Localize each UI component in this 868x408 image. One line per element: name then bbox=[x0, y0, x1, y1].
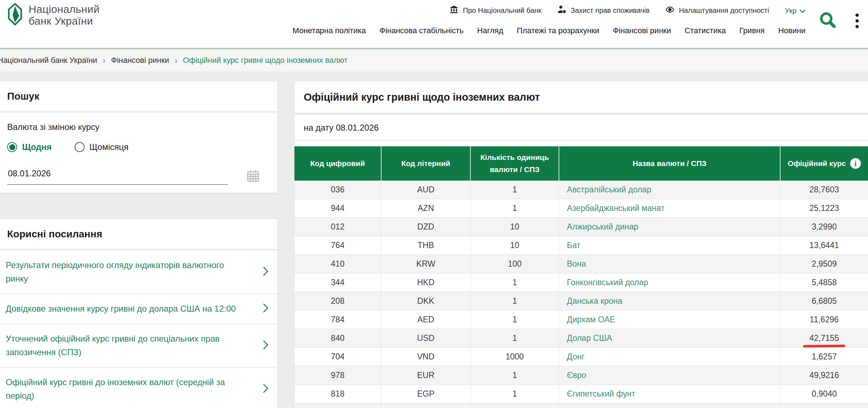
letter-code-cell: KRW bbox=[381, 255, 471, 273]
date-input[interactable]: 08.01.2026 bbox=[7, 167, 228, 185]
frequency-radio[interactable]: Щомісяця bbox=[75, 142, 128, 152]
currency-name-link[interactable]: Австралійський долар bbox=[567, 185, 651, 194]
letter-code-cell: AED bbox=[381, 311, 471, 329]
currency-name-cell: Єна bbox=[559, 403, 780, 408]
currency-name-link[interactable]: Данська крона bbox=[567, 296, 622, 306]
nav-item[interactable]: Статистика bbox=[685, 26, 726, 35]
numeric-code-cell: 764 bbox=[294, 236, 381, 255]
page-title: Офіційний курс гривні щодо іноземних вал… bbox=[304, 91, 859, 103]
breadcrumb-separator: › bbox=[175, 56, 177, 65]
main-nav: Монетарна політикаФінансова стабільність… bbox=[293, 26, 806, 35]
radio-circle-icon bbox=[7, 142, 17, 152]
units-cell: 1000 bbox=[470, 348, 559, 366]
chevron-right-icon bbox=[263, 383, 269, 395]
currency-name-link[interactable]: Єгипетський фунт bbox=[567, 389, 635, 398]
sidebar: Пошук Валюта зі зміною курсу ЩодняЩоміся… bbox=[0, 81, 277, 408]
currency-name-link[interactable]: Дирхам ОАЕ bbox=[567, 315, 615, 324]
currency-name-cell: Євро bbox=[559, 366, 780, 385]
useful-link[interactable]: Довідкове значення курсу гривні до долар… bbox=[0, 293, 277, 323]
currency-name-link[interactable]: Вона bbox=[567, 259, 586, 268]
rate-value: 25,1223 bbox=[809, 203, 839, 213]
letter-code-cell: AZN bbox=[381, 199, 471, 218]
site-header: Національний банк України Про Національн… bbox=[0, 0, 868, 49]
rate-value: 1,6257 bbox=[812, 352, 837, 361]
currency-name-link[interactable]: Азербайджанський манат bbox=[567, 203, 665, 213]
useful-link[interactable]: Офіційний курс гривні до іноземних валют… bbox=[0, 367, 277, 408]
table-row: 978EUR1Євро49,9216 bbox=[294, 366, 868, 385]
units-cell: 1 bbox=[470, 385, 559, 403]
currency-name-cell: Гонконгівський долар bbox=[559, 273, 780, 292]
rate-value: 6,6805 bbox=[812, 296, 837, 306]
breadcrumb-item[interactable]: Фінансові ринки bbox=[111, 56, 169, 65]
breadcrumb-item[interactable]: Національний банк України bbox=[0, 56, 97, 65]
rate-cell: 49,9216 bbox=[780, 366, 868, 385]
currency-name-link[interactable]: Алжирський динар bbox=[567, 222, 638, 231]
main-content: Офіційний курс гривні щодо іноземних вал… bbox=[294, 81, 868, 408]
nav-item[interactable]: Платежі та розрахунки bbox=[517, 26, 599, 35]
nav-item[interactable]: Фінансова стабільність bbox=[379, 26, 464, 35]
rate-value: 28,7603 bbox=[809, 185, 839, 194]
letter-code-cell: USD bbox=[381, 329, 471, 348]
rate-value: 42,7155 bbox=[809, 333, 839, 343]
utility-item[interactable]: Налаштування доступності bbox=[665, 5, 769, 16]
letter-code-cell: EUR bbox=[381, 366, 471, 385]
letter-code-cell: VND bbox=[381, 348, 471, 366]
nav-item[interactable]: Монетарна політика bbox=[293, 26, 366, 35]
nav-item[interactable]: Нагляд bbox=[477, 26, 503, 35]
useful-link-label: Довідкове значення курсу гривні до долар… bbox=[6, 302, 236, 316]
useful-links-panel: Корисні посилання Результати періодичног… bbox=[0, 219, 277, 408]
currency-name-cell: Вона bbox=[559, 255, 780, 273]
table-row: 840USD1Долар США42,7155 bbox=[294, 329, 868, 348]
frequency-radio-group: ЩодняЩомісяця bbox=[7, 142, 270, 152]
table-header-cell: Офіційний курсi bbox=[780, 146, 868, 181]
units-cell: 100 bbox=[470, 255, 559, 273]
nav-item[interactable]: Новини bbox=[778, 26, 806, 35]
utility-item[interactable]: Захист прав споживачів bbox=[557, 5, 650, 16]
letter-code-cell: DKK bbox=[381, 292, 471, 311]
currency-name-link[interactable]: Донг bbox=[567, 352, 585, 361]
rate-cell: 13,6441 bbox=[780, 236, 868, 255]
breadcrumb-separator: › bbox=[103, 56, 105, 65]
letter-code-cell: EGP bbox=[381, 385, 471, 403]
numeric-code-cell: 392 bbox=[294, 403, 381, 408]
currency-name-link[interactable]: Долар США bbox=[567, 333, 612, 343]
letter-code-cell: JPY bbox=[381, 403, 471, 408]
table-row: 818EGP1Єгипетський фунт0,9040 bbox=[294, 385, 868, 403]
useful-link[interactable]: Результати періодичного огляду індикатор… bbox=[0, 251, 277, 293]
currency-name-link[interactable]: Бат bbox=[567, 241, 580, 250]
numeric-code-cell: 978 bbox=[294, 366, 381, 385]
kebab-menu-icon[interactable] bbox=[854, 12, 860, 30]
nav-item[interactable]: Гривня bbox=[740, 26, 765, 35]
rate-value: 5,4858 bbox=[812, 278, 837, 287]
currency-name-cell: Австралійський долар bbox=[559, 181, 780, 199]
currency-name-cell: Донг bbox=[559, 348, 780, 366]
search-icon[interactable] bbox=[818, 11, 837, 31]
table-row: 944AZN1Азербайджанський манат25,1223 bbox=[294, 199, 868, 218]
info-icon[interactable]: i bbox=[850, 158, 861, 169]
units-cell: 10 bbox=[470, 218, 559, 236]
currency-name-link[interactable]: Євро bbox=[567, 371, 586, 380]
language-selector[interactable]: Укр bbox=[785, 6, 806, 15]
utility-item[interactable]: Про Національний банк bbox=[449, 5, 541, 16]
table-header-cell: Код цифровий bbox=[294, 146, 381, 181]
logo-text: Національний банк України bbox=[29, 3, 100, 27]
table-row: 208DKK1Данська крона6,6805 bbox=[294, 292, 868, 311]
numeric-code-cell: 410 bbox=[294, 255, 381, 273]
rate-cell: 0,9040 bbox=[780, 385, 868, 403]
units-cell: 1 bbox=[470, 311, 559, 329]
nav-item[interactable]: Фінансові ринки bbox=[613, 26, 671, 35]
language-label: Укр bbox=[785, 6, 797, 15]
rate-value: 13,6441 bbox=[809, 241, 839, 250]
consumer-protection-icon bbox=[557, 5, 566, 16]
accessibility-eye-icon bbox=[665, 5, 675, 16]
numeric-code-cell: 344 bbox=[294, 273, 381, 292]
nbu-logo-icon bbox=[6, 3, 24, 27]
currency-name-cell: Алжирський динар bbox=[559, 218, 780, 236]
nbu-logo[interactable]: Національний банк України bbox=[6, 3, 100, 27]
useful-link[interactable]: Уточнений офіційний курс гривні до спеці… bbox=[0, 323, 277, 367]
calendar-icon[interactable] bbox=[246, 168, 260, 185]
units-cell: 1 bbox=[470, 366, 559, 385]
currency-name-link[interactable]: Гонконгівський долар bbox=[567, 278, 648, 287]
numeric-code-cell: 818 bbox=[294, 385, 381, 403]
frequency-radio[interactable]: Щодня bbox=[7, 142, 52, 152]
